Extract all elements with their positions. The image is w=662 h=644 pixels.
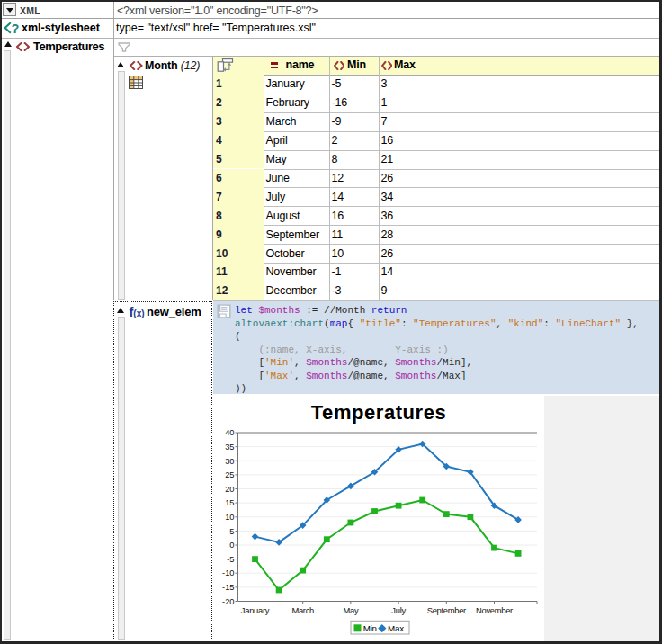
svg-text:20: 20 bbox=[225, 485, 234, 494]
svg-text:July: July bbox=[391, 605, 406, 615]
svg-text:10: 10 bbox=[225, 513, 234, 522]
svg-text:25: 25 bbox=[225, 470, 234, 479]
svg-text:0: 0 bbox=[229, 541, 234, 550]
svg-text:-15: -15 bbox=[222, 583, 234, 592]
svg-text:-10: -10 bbox=[222, 568, 234, 577]
svg-text:40: 40 bbox=[225, 428, 234, 437]
svg-text:Min: Min bbox=[363, 623, 377, 633]
svg-text:15: 15 bbox=[225, 498, 234, 507]
svg-text:5: 5 bbox=[229, 527, 234, 536]
svg-text:September: September bbox=[427, 605, 466, 615]
svg-text:Max: Max bbox=[388, 623, 404, 633]
svg-text:?: ? bbox=[11, 22, 19, 35]
svg-text:-20: -20 bbox=[222, 597, 234, 606]
svg-text:Temperatures: Temperatures bbox=[311, 401, 446, 424]
svg-text:May: May bbox=[343, 605, 358, 615]
svg-text:March: March bbox=[291, 605, 314, 615]
svg-text:-5: -5 bbox=[227, 555, 234, 564]
svg-text:35: 35 bbox=[225, 443, 234, 452]
svg-text:November: November bbox=[476, 605, 513, 615]
svg-text:January: January bbox=[241, 605, 270, 615]
svg-text:30: 30 bbox=[225, 457, 234, 466]
